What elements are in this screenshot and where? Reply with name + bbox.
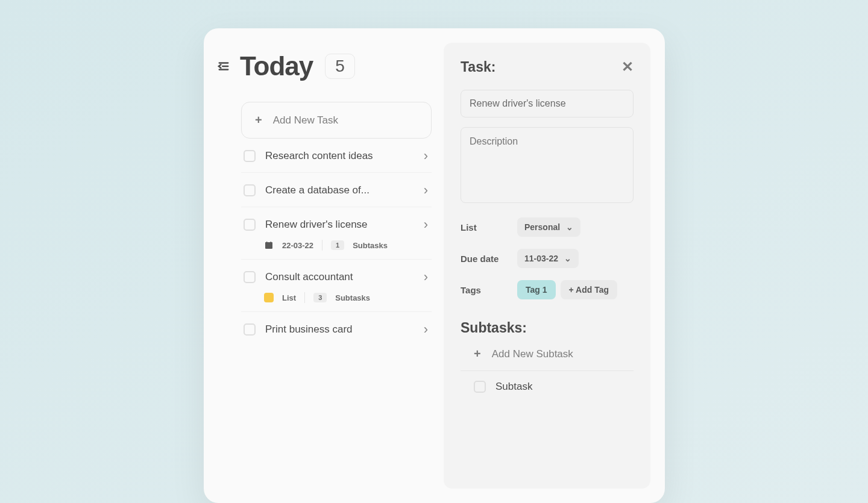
task-title: Research content ideas <box>265 150 414 162</box>
task-title: Print business card <box>265 323 414 336</box>
task-checkbox[interactable] <box>244 150 256 162</box>
tag-row: Tag 1 + Add Tag <box>517 280 617 299</box>
add-task-label: Add New Task <box>273 114 338 127</box>
task-title: Consult accountant <box>265 271 414 283</box>
add-tag-button[interactable]: + Add Tag <box>561 280 618 299</box>
task-row[interactable]: Consult accountant › <box>244 269 428 285</box>
task-row[interactable]: Renew driver's license › <box>244 217 428 233</box>
tag-chip[interactable]: Tag 1 <box>517 280 556 299</box>
separator <box>304 292 305 303</box>
chevron-down-icon: ⌄ <box>566 222 573 232</box>
subtask-count: 3 <box>313 293 327 302</box>
header: Today 5 <box>217 51 432 81</box>
page-title: Today <box>240 51 313 81</box>
task-item: Create a database of... › <box>241 173 432 207</box>
due-date-select[interactable]: 11-03-22 ⌄ <box>517 249 579 268</box>
task-list-label: List <box>282 293 296 302</box>
list-select[interactable]: Personal ⌄ <box>517 217 580 237</box>
due-date-field: Due date 11-03-22 ⌄ <box>461 249 634 268</box>
task-item: Print business card › <box>241 312 432 346</box>
chevron-right-icon: › <box>424 148 428 164</box>
subtasks-label: Subtasks <box>353 241 388 250</box>
task-row[interactable]: Research content ideas › <box>244 148 428 164</box>
task-description-input[interactable] <box>461 127 634 203</box>
task-date: 22-03-22 <box>282 241 313 250</box>
plus-icon: + <box>474 347 481 361</box>
subtasks-heading: Subtasks: <box>461 320 634 336</box>
chevron-down-icon: ⌄ <box>564 254 571 263</box>
task-name-input[interactable] <box>461 90 634 117</box>
task-title: Create a database of... <box>265 184 414 196</box>
tags-field: Tags Tag 1 + Add Tag <box>461 280 634 299</box>
task-count-badge: 5 <box>325 54 355 79</box>
chevron-right-icon: › <box>424 183 428 198</box>
tags-label: Tags <box>461 285 517 295</box>
subtask-title: Subtask <box>495 381 630 393</box>
task-item: Consult accountant › List 3 Subtasks <box>241 260 432 312</box>
task-meta: 22-03-22 1 Subtasks <box>264 240 428 251</box>
task-title: Renew driver's license <box>265 219 414 231</box>
subtask-item[interactable]: Subtask <box>461 371 634 401</box>
chevron-right-icon: › <box>424 217 428 233</box>
task-detail-pane: Task: ✕ List Personal ⌄ Due date 11-03-2… <box>444 43 650 489</box>
list-color-swatch <box>264 293 274 302</box>
separator <box>322 240 322 251</box>
task-checkbox[interactable] <box>244 323 256 336</box>
task-meta: List 3 Subtasks <box>264 292 428 303</box>
list-value: Personal <box>524 222 560 232</box>
chevron-right-icon: › <box>424 269 428 285</box>
subtask-count: 1 <box>331 240 344 250</box>
add-subtask-button[interactable]: + Add New Subtask <box>461 336 634 371</box>
svg-rect-4 <box>265 242 272 244</box>
calendar-icon <box>264 240 274 250</box>
task-list-pane: Today 5 + Add New Task Research content … <box>204 28 444 503</box>
subtasks-label: Subtasks <box>335 293 370 302</box>
plus-icon: + <box>255 113 262 127</box>
task-row[interactable]: Create a database of... › <box>244 183 428 198</box>
task-item: Renew driver's license › 22-03-22 1 Subt… <box>241 207 432 260</box>
detail-header: Task: ✕ <box>461 58 634 75</box>
add-subtask-label: Add New Subtask <box>492 348 573 360</box>
list-field: List Personal ⌄ <box>461 217 634 237</box>
menu-collapse-icon[interactable] <box>217 60 230 73</box>
subtask-checkbox[interactable] <box>474 381 486 393</box>
due-date-label: Due date <box>461 254 517 264</box>
app-window: Today 5 + Add New Task Research content … <box>204 28 665 503</box>
task-list: + Add New Task Research content ideas › … <box>217 102 432 346</box>
task-checkbox[interactable] <box>244 219 256 231</box>
detail-heading: Task: <box>461 59 495 75</box>
chevron-right-icon: › <box>424 322 428 337</box>
due-date-value: 11-03-22 <box>524 254 558 263</box>
task-checkbox[interactable] <box>244 271 256 283</box>
list-label: List <box>461 222 517 233</box>
add-task-button[interactable]: + Add New Task <box>241 102 432 139</box>
task-checkbox[interactable] <box>244 184 256 196</box>
close-icon[interactable]: ✕ <box>621 58 634 75</box>
task-item: Research content ideas › <box>241 139 432 173</box>
task-row[interactable]: Print business card › <box>244 322 428 337</box>
